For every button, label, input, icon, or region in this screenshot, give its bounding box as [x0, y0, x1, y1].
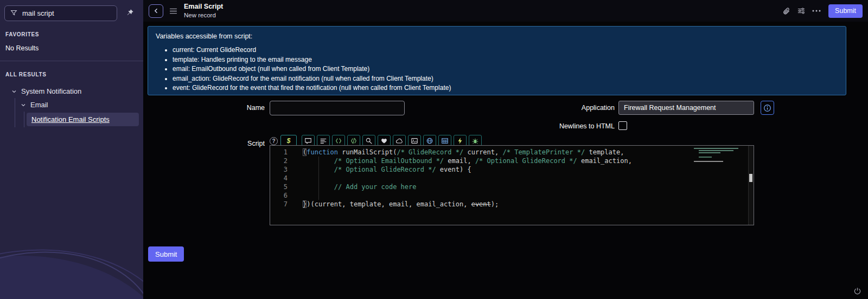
info-item: current: Current GlideRecord	[173, 46, 838, 54]
help-icon[interactable]: ?	[270, 137, 278, 145]
code-line: })(current, template, email, email_actio…	[303, 200, 747, 209]
script-editor-toggle-icon[interactable]: $	[280, 135, 297, 146]
image-icon[interactable]	[408, 135, 421, 146]
name-input[interactable]	[270, 101, 405, 115]
filter-icon	[10, 9, 17, 18]
application-field[interactable]: Firewall Request Management	[618, 101, 754, 115]
sidebar-divider	[0, 61, 143, 61]
script-toolbar	[302, 135, 482, 146]
context-menu-icon[interactable]	[169, 8, 177, 14]
info-item: event: GlideRecord for the event that fi…	[173, 84, 838, 92]
info-panel-list: current: Current GlideRecord template: H…	[173, 46, 838, 92]
search-icon[interactable]	[362, 135, 375, 146]
app-root: mail script FAVORITES No Results ALL RES…	[0, 0, 868, 299]
sidebar: mail script FAVORITES No Results ALL RES…	[0, 0, 143, 299]
application-value: Firewall Request Management	[624, 104, 716, 112]
search-value: mail script	[22, 9, 54, 17]
sidebar-search-row: mail script	[0, 0, 143, 21]
page-title: Email Script	[184, 2, 223, 11]
tree-item-notification-email-scripts[interactable]: Notification Email Scripts	[27, 113, 139, 126]
submit-button[interactable]: Submit	[148, 246, 184, 262]
code-line	[303, 191, 747, 200]
pin-icon[interactable]	[126, 9, 134, 18]
name-label: Name	[197, 104, 265, 112]
heart-icon[interactable]	[378, 135, 391, 146]
table-icon[interactable]	[438, 135, 451, 146]
code-line: (function runMailScript(/* GlideRecord *…	[303, 148, 747, 157]
cloud-icon[interactable]	[393, 135, 406, 146]
newlines-to-html-checkbox[interactable]	[618, 121, 627, 130]
sidebar-decoration	[0, 232, 143, 299]
comment-icon[interactable]	[302, 135, 315, 146]
ellipsis-icon[interactable]	[809, 4, 824, 18]
tree-item-label: Notification Email Scripts	[31, 115, 110, 123]
tree-item-email[interactable]: Email	[15, 98, 143, 112]
code-line: /* Optional GlideRecord */ event) {	[303, 165, 747, 174]
bug-icon[interactable]	[469, 135, 482, 146]
header-submit-button[interactable]: Submit	[828, 4, 863, 18]
info-item: template: Handles printing to the email …	[173, 56, 838, 63]
editor-scrollbar[interactable]	[748, 146, 754, 225]
info-panel-title: Variables accessible from script:	[156, 32, 838, 40]
application-label: Application	[547, 104, 615, 112]
tree-item-label: Email	[30, 101, 48, 109]
code-area[interactable]: (function runMailScript(/* GlideRecord *…	[295, 148, 747, 225]
application-info-icon[interactable]	[761, 101, 774, 115]
sidebar-decoration	[0, 232, 143, 299]
info-item: email: EmailOutbound object (null when c…	[173, 65, 838, 73]
results-tree: System Notification Email Notification E…	[0, 84, 143, 127]
back-button[interactable]	[149, 4, 163, 18]
sidebar-decoration	[0, 256, 143, 299]
lightning-icon[interactable]	[454, 135, 467, 146]
sidebar-search-input[interactable]: mail script	[4, 5, 117, 21]
code-line: /* Optional EmailOutbound */ email, /* O…	[303, 157, 747, 165]
format-code-icon[interactable]	[317, 135, 330, 146]
comment-code-icon[interactable]	[332, 135, 345, 146]
chevron-down-icon	[20, 102, 27, 108]
newlines-to-html-label: Newlines to HTML	[547, 122, 615, 130]
paperclip-icon[interactable]	[778, 4, 794, 18]
tree-item-label: System Notification	[21, 87, 81, 95]
tree-item-system-notification[interactable]: System Notification	[0, 84, 143, 98]
script-variables-info-panel: Variables accessible from script: curren…	[148, 26, 846, 95]
editor-scrollbar-thumb[interactable]	[749, 174, 752, 182]
tree-group: Notification Email Scripts	[24, 112, 143, 127]
script-code-editor[interactable]: 1234567 (function runMailScript(/* Glide…	[270, 145, 754, 225]
page-subtitle: New record	[184, 11, 223, 20]
power-icon[interactable]	[853, 287, 861, 295]
info-item: email_action: GlideRecord for the email …	[173, 75, 838, 82]
favorites-header: FAVORITES	[5, 31, 143, 37]
globe-icon[interactable]	[423, 135, 436, 146]
all-results-header: ALL RESULTS	[5, 72, 143, 77]
script-label: Script	[197, 140, 265, 147]
code-line	[303, 174, 747, 183]
chevron-down-icon	[11, 88, 17, 95]
sliders-icon[interactable]	[794, 4, 809, 18]
uncomment-code-icon[interactable]	[347, 135, 360, 146]
record-header: Email Script New record Submit	[143, 0, 868, 22]
favorites-empty-text: No Results	[5, 44, 143, 52]
editor-gutter: 1234567	[270, 148, 295, 209]
code-line: // Add your code here	[303, 183, 747, 191]
editor-minimap[interactable]	[694, 148, 746, 163]
title-block: Email Script New record	[184, 2, 223, 19]
tree-group: Email Notification Email Scripts	[15, 98, 143, 127]
main-content: Email Script New record Submit Variables…	[143, 0, 868, 299]
